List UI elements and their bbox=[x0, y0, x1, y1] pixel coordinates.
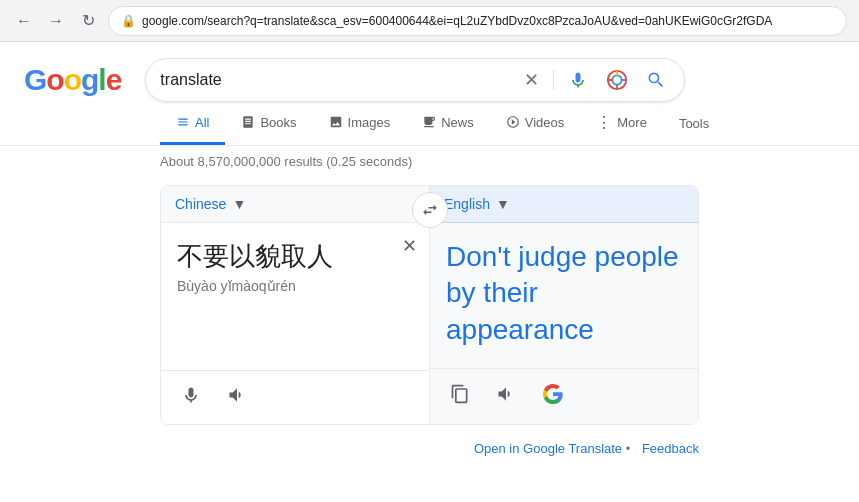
search-box: ✕ bbox=[145, 58, 685, 102]
target-speaker-button[interactable] bbox=[490, 378, 522, 415]
tab-images-label: Images bbox=[348, 115, 391, 130]
search-input[interactable] bbox=[160, 71, 512, 89]
forward-button[interactable]: → bbox=[44, 9, 68, 33]
tools-label: Tools bbox=[679, 116, 709, 131]
lens-search-button[interactable] bbox=[602, 65, 632, 95]
romanization-text: Bùyào yǐmàoqǔrén bbox=[177, 278, 413, 294]
lock-icon: 🔒 bbox=[121, 14, 136, 28]
source-text: 不要以貌取人 bbox=[177, 239, 413, 274]
images-icon bbox=[329, 115, 343, 129]
address-bar[interactable]: 🔒 google.com/search?q=translate&sca_esv=… bbox=[108, 6, 847, 36]
tools-tab[interactable]: Tools bbox=[663, 116, 725, 131]
swap-languages-button[interactable] bbox=[412, 192, 448, 228]
search-header: Google ✕ bbox=[0, 42, 859, 102]
separator-dot: • bbox=[626, 441, 631, 456]
copy-icon bbox=[450, 384, 470, 404]
source-lang-label: Chinese bbox=[175, 196, 226, 212]
target-lang-label: English bbox=[444, 196, 490, 212]
browser-chrome: ← → ↻ 🔒 google.com/search?q=translate&sc… bbox=[0, 0, 859, 42]
tab-images[interactable]: Images bbox=[313, 102, 407, 145]
speaker-source-icon bbox=[227, 385, 247, 405]
tab-news-label: News bbox=[441, 115, 474, 130]
mic-source-icon bbox=[181, 385, 201, 405]
feedback-link[interactable]: Feedback bbox=[642, 441, 699, 456]
source-footer bbox=[161, 370, 429, 424]
results-count: About 8,570,000,000 results (0.25 second… bbox=[0, 146, 859, 177]
tab-all[interactable]: All bbox=[160, 102, 225, 145]
clear-source-button[interactable]: ✕ bbox=[402, 235, 417, 257]
speaker-target-icon bbox=[496, 384, 516, 404]
google-logo: Google bbox=[24, 63, 121, 97]
videos-icon bbox=[506, 115, 520, 129]
source-dropdown-arrow: ▼ bbox=[232, 196, 246, 212]
google-g-icon bbox=[542, 383, 564, 405]
clear-search-button[interactable]: ✕ bbox=[520, 65, 543, 95]
more-dots-icon: ⋮ bbox=[596, 113, 612, 132]
tab-videos[interactable]: Videos bbox=[490, 102, 581, 145]
target-lang-selector[interactable]: English ▼ bbox=[430, 186, 698, 223]
results-text: About 8,570,000,000 results (0.25 second… bbox=[160, 154, 412, 169]
reload-button[interactable]: ↻ bbox=[76, 9, 100, 33]
target-footer bbox=[430, 368, 698, 424]
google-page: Google ✕ bbox=[0, 42, 859, 464]
tab-books-label: Books bbox=[260, 115, 296, 130]
divider-vertical bbox=[553, 70, 554, 90]
tab-books[interactable]: Books bbox=[225, 102, 312, 145]
source-content: 不要以貌取人 Bùyào yǐmàoqǔrén ✕ bbox=[161, 223, 429, 370]
target-panel: Don't judge people by their appearance bbox=[430, 223, 698, 424]
tab-all-label: All bbox=[195, 115, 209, 130]
mic-icon bbox=[568, 70, 588, 90]
back-button[interactable]: ← bbox=[12, 9, 36, 33]
books-icon bbox=[241, 115, 255, 129]
tab-more-label: More bbox=[617, 115, 647, 130]
news-icon bbox=[422, 115, 436, 129]
voice-search-button[interactable] bbox=[564, 66, 592, 94]
source-panel: 不要以貌取人 Bùyào yǐmàoqǔrén ✕ bbox=[161, 223, 430, 424]
target-lang-dropdown[interactable]: English ▼ bbox=[444, 196, 510, 212]
target-content: Don't judge people by their appearance bbox=[430, 223, 698, 368]
tab-news[interactable]: News bbox=[406, 102, 490, 145]
copy-translation-button[interactable] bbox=[444, 378, 476, 415]
open-translate-link[interactable]: Open in Google Translate bbox=[474, 441, 622, 456]
search-icon bbox=[646, 70, 666, 90]
open-translate-bar: Open in Google Translate • Feedback bbox=[0, 433, 859, 464]
tab-more[interactable]: ⋮ More bbox=[580, 102, 663, 145]
translate-widget: Chinese ▼ English ▼ bbox=[160, 185, 699, 425]
all-icon bbox=[176, 115, 190, 129]
google-translate-g-button[interactable] bbox=[536, 377, 570, 416]
result-text: Don't judge people by their appearance bbox=[430, 223, 698, 364]
search-submit-button[interactable] bbox=[642, 66, 670, 94]
target-dropdown-arrow: ▼ bbox=[496, 196, 510, 212]
svg-point-1 bbox=[613, 75, 622, 84]
source-listen-button[interactable] bbox=[175, 379, 207, 416]
swap-icon bbox=[421, 201, 439, 219]
nav-tabs: All Books Images News Videos ⋮ More Tool… bbox=[0, 102, 859, 146]
url-text: google.com/search?q=translate&sca_esv=60… bbox=[142, 14, 834, 28]
source-lang-dropdown[interactable]: Chinese ▼ bbox=[175, 196, 246, 212]
source-speaker-button[interactable] bbox=[221, 379, 253, 416]
source-lang-selector[interactable]: Chinese ▼ bbox=[161, 186, 430, 223]
lens-icon bbox=[606, 69, 628, 91]
tab-videos-label: Videos bbox=[525, 115, 565, 130]
